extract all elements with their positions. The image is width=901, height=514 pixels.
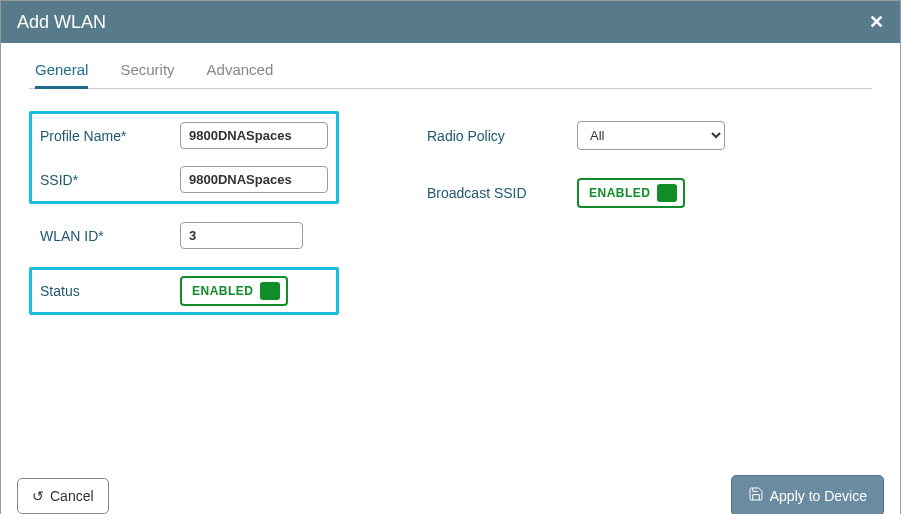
ssid-input[interactable] <box>180 166 328 193</box>
tab-general[interactable]: General <box>35 55 88 89</box>
modal-title: Add WLAN <box>17 12 106 33</box>
add-wlan-modal: Add WLAN ✕ General Security Advanced Pro… <box>0 0 901 514</box>
cancel-button-label: Cancel <box>50 488 94 504</box>
form-col-left: Profile Name* SSID* WLAN ID* Status <box>29 111 339 315</box>
field-status: Status ENABLED <box>29 267 339 315</box>
tab-security[interactable]: Security <box>120 55 174 89</box>
field-radio-policy: Radio Policy All <box>419 111 733 156</box>
field-wlan-id: WLAN ID* <box>29 216 339 255</box>
label-ssid: SSID* <box>40 172 180 188</box>
modal-header: Add WLAN ✕ <box>1 1 900 43</box>
status-toggle-label: ENABLED <box>192 284 254 298</box>
modal-footer: ↺ Cancel Apply to Device <box>1 463 900 514</box>
tabs: General Security Advanced <box>29 55 872 89</box>
form-col-right: Radio Policy All Broadcast SSID ENABLED <box>419 111 733 315</box>
save-icon <box>748 486 764 505</box>
broadcast-ssid-toggle[interactable]: ENABLED <box>577 178 685 208</box>
profile-name-input[interactable] <box>180 122 328 149</box>
label-radio-policy: Radio Policy <box>427 128 577 144</box>
label-broadcast-ssid: Broadcast SSID <box>427 185 577 201</box>
form-grid: Profile Name* SSID* WLAN ID* Status <box>29 111 872 315</box>
close-icon[interactable]: ✕ <box>869 11 884 33</box>
label-status: Status <box>40 283 180 299</box>
label-wlan-id: WLAN ID* <box>40 228 180 244</box>
cancel-button[interactable]: ↺ Cancel <box>17 478 109 514</box>
label-profile-name: Profile Name* <box>40 128 180 144</box>
undo-icon: ↺ <box>32 488 44 504</box>
field-ssid: SSID* <box>32 158 336 201</box>
apply-button-label: Apply to Device <box>770 488 867 504</box>
highlight-group-name-ssid: Profile Name* SSID* <box>29 111 339 204</box>
apply-to-device-button[interactable]: Apply to Device <box>731 475 884 514</box>
toggle-knob-icon <box>657 184 677 202</box>
modal-body: General Security Advanced Profile Name* … <box>1 43 900 463</box>
tab-advanced[interactable]: Advanced <box>207 55 274 89</box>
toggle-knob-icon <box>260 282 280 300</box>
wlan-id-input[interactable] <box>180 222 303 249</box>
status-toggle[interactable]: ENABLED <box>180 276 288 306</box>
broadcast-ssid-toggle-label: ENABLED <box>589 186 651 200</box>
field-broadcast-ssid: Broadcast SSID ENABLED <box>419 168 733 214</box>
radio-policy-select[interactable]: All <box>577 121 725 150</box>
field-profile-name: Profile Name* <box>32 114 336 157</box>
